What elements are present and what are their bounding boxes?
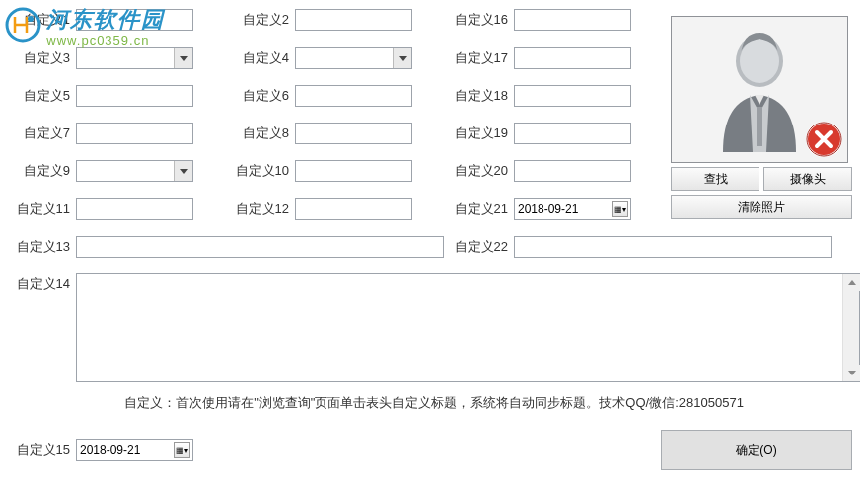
label-f10: 自定义10 xyxy=(227,162,295,180)
input-f1[interactable] xyxy=(76,9,193,31)
date-value-f21: 2018-09-21 xyxy=(518,202,578,216)
label-f18: 自定义18 xyxy=(446,87,514,105)
select-f4[interactable] xyxy=(295,47,412,69)
find-button[interactable]: 查找 xyxy=(671,167,760,191)
label-f1: 自定义1 xyxy=(8,11,76,29)
camera-button[interactable]: 摄像头 xyxy=(763,167,852,191)
date-value-f15: 2018-09-21 xyxy=(80,443,140,457)
input-f19[interactable] xyxy=(514,123,631,144)
input-f13[interactable] xyxy=(76,236,444,258)
calendar-icon: ▦▾ xyxy=(174,442,190,458)
label-f2: 自定义2 xyxy=(227,11,295,29)
svg-point-3 xyxy=(740,39,779,83)
input-f16[interactable] xyxy=(514,9,631,31)
label-f3: 自定义3 xyxy=(8,49,76,67)
label-f17: 自定义17 xyxy=(446,49,514,67)
scrollbar[interactable] xyxy=(842,274,859,381)
input-f17[interactable] xyxy=(514,47,631,69)
label-f20: 自定义20 xyxy=(446,162,514,180)
label-f22: 自定义22 xyxy=(446,238,514,256)
label-f14: 自定义14 xyxy=(8,273,76,382)
delete-icon xyxy=(805,121,843,158)
find-label: 查找 xyxy=(704,171,728,188)
label-f13: 自定义13 xyxy=(8,238,76,256)
select-f9[interactable] xyxy=(76,160,193,182)
input-f8[interactable] xyxy=(295,123,412,144)
camera-label: 摄像头 xyxy=(790,171,826,188)
ok-label: 确定(O) xyxy=(736,443,776,457)
label-f7: 自定义7 xyxy=(8,125,76,142)
textarea-f14[interactable] xyxy=(76,273,860,382)
input-f20[interactable] xyxy=(514,160,631,182)
hint-text: 自定义：首次使用请在"浏览查询"页面单击表头自定义标题，系统将自动同步标题。技术… xyxy=(8,394,860,412)
label-f5: 自定义5 xyxy=(8,87,76,105)
label-f19: 自定义19 xyxy=(446,125,514,142)
photo-preview xyxy=(671,16,848,163)
label-f12: 自定义12 xyxy=(227,200,295,218)
label-f15: 自定义15 xyxy=(8,441,76,459)
clear-photo-label: 清除照片 xyxy=(738,199,785,216)
svg-rect-4 xyxy=(757,107,762,146)
select-f3[interactable] xyxy=(76,47,193,69)
input-f6[interactable] xyxy=(295,85,412,107)
label-f11: 自定义11 xyxy=(8,200,76,218)
input-f22[interactable] xyxy=(514,236,832,258)
calendar-icon: ▦▾ xyxy=(612,201,628,217)
input-f10[interactable] xyxy=(295,160,412,182)
ok-button[interactable]: 确定(O) xyxy=(661,430,852,470)
scroll-down-icon xyxy=(843,365,860,381)
label-f9: 自定义9 xyxy=(8,162,76,180)
label-f4: 自定义4 xyxy=(227,49,295,67)
avatar-placeholder-icon xyxy=(705,25,814,154)
datepicker-f21[interactable]: 2018-09-21▦▾ xyxy=(514,198,631,220)
datepicker-f15[interactable]: 2018-09-21▦▾ xyxy=(76,439,193,461)
input-f7[interactable] xyxy=(76,123,193,144)
input-f18[interactable] xyxy=(514,85,631,107)
label-f16: 自定义16 xyxy=(446,11,514,29)
input-f2[interactable] xyxy=(295,9,412,31)
label-f6: 自定义6 xyxy=(227,87,295,105)
label-f8: 自定义8 xyxy=(227,125,295,142)
input-f5[interactable] xyxy=(76,85,193,107)
label-f21: 自定义21 xyxy=(446,200,514,218)
input-f12[interactable] xyxy=(295,198,412,220)
input-f11[interactable] xyxy=(76,198,193,220)
scroll-up-icon xyxy=(843,274,860,291)
clear-photo-button[interactable]: 清除照片 xyxy=(671,195,852,219)
